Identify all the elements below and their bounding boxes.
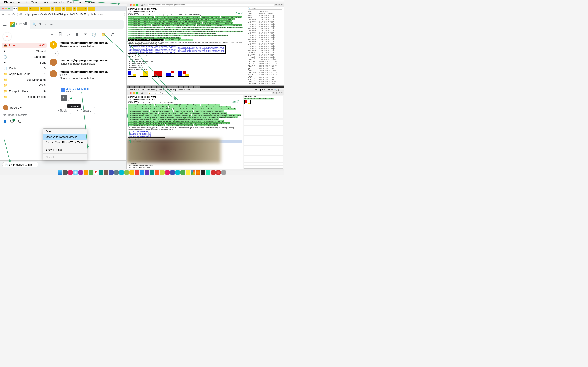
tab-pinned[interactable]: ✓ — [29, 7, 32, 11]
process-button[interactable]: Process with Lots of Scaling — [153, 108, 172, 110]
minimize-icon[interactable] — [5, 8, 7, 9]
finder-row[interactable]: PNG image6 Mar 2020 at 1:55 pm — [247, 24, 284, 26]
link-cell[interactable]: http://www.rjmprogramming.com.au/ITblog/… — [178, 49, 224, 51]
tab-pinned[interactable]: ✓ — [66, 7, 69, 11]
col-kind[interactable]: Kind — [248, 10, 259, 12]
link-cell[interactable]: ./mondrian-1604x681.640-2-0.png — [129, 135, 151, 137]
process-buttons[interactable]: Process ...Process with Lots of SepiaPro… — [128, 16, 246, 39]
finder-row[interactable]: PNG image6 Mar 2020 at 1:55 pm — [247, 27, 284, 29]
menu-view[interactable]: View — [146, 89, 150, 91]
dock-app-icon[interactable] — [68, 170, 73, 175]
process-button[interactable]: Process with Sketchy — [175, 116, 190, 118]
process-button[interactable]: Process with Canvas Background Image Pro… — [128, 120, 174, 122]
finder-row[interactable]: PNG image6 Mar 2020 at 1:55 pm — [247, 29, 284, 31]
dock-app-icon[interactable] — [170, 170, 175, 175]
process-button[interactable]: Process with Lots of Translation 3D — [150, 110, 173, 112]
process-button[interactable]: Process with Flip — [179, 29, 191, 30]
finder-row[interactable]: HTMLToday at 11:23 am — [247, 13, 284, 15]
menu-bookmarks[interactable]: Bookmarks — [159, 89, 168, 91]
window-controls[interactable] — [0, 6, 12, 11]
tab-pinned[interactable]: ✓ — [43, 7, 47, 11]
snooze-icon[interactable]: 🕓 — [92, 33, 96, 37]
reload-icon[interactable]: ⟳ — [12, 12, 15, 16]
process-button[interactable]: Process with Box blur — [212, 25, 227, 26]
process-button[interactable]: Process with Sharpen — [197, 25, 212, 26]
menu-help[interactable]: Help — [186, 89, 190, 91]
process-button[interactable]: Process with Canvas Background Image Ani… — [177, 33, 216, 34]
tab-pinned[interactable]: ✓ — [36, 7, 39, 11]
search-icon[interactable]: 🔍 — [274, 89, 277, 91]
process-button[interactable]: Process with Lots of Inversion — [169, 106, 189, 108]
hangouts-user[interactable]: Robert ▾ + — [2, 104, 47, 111]
process-button[interactable]: Process ... — [128, 104, 136, 106]
tab-pinned[interactable]: ✓ — [47, 7, 51, 11]
sidebar-icon[interactable]: ☐ — [141, 92, 143, 94]
tab-pinned[interactable]: ✓ — [21, 7, 25, 11]
ctx-open-system-viewer[interactable]: Open With System Viewer — [43, 134, 87, 140]
process-button[interactable]: Process with Negative Edge detection — [171, 25, 197, 26]
link-cell[interactable]: http://www.rjmprogramming.com.au/PHP/mon… — [129, 46, 176, 47]
accordion-item[interactable]: Image Map view ... — [128, 66, 246, 68]
process-button[interactable]: Process with Top Div Margin Use — [128, 118, 150, 120]
site-info-icon[interactable]: ⓘ — [19, 13, 22, 16]
dock-app-icon[interactable] — [186, 170, 190, 175]
delete-icon[interactable]: 🗑 — [75, 33, 79, 37]
tab-pinned[interactable]: ✓ — [87, 7, 91, 11]
process-button[interactable]: Process with Contrast — [143, 116, 158, 118]
process-button[interactable]: Process with Canvas Background Image Ani… — [128, 35, 169, 36]
process-button[interactable]: Process with Lots of Rotation — [194, 108, 214, 110]
finder-row[interactable]: PNG image6 Mar 2020 at 1:55 pm — [247, 31, 284, 33]
process-button[interactable]: Process with Smooth — [196, 26, 211, 28]
dock-firefox-icon[interactable] — [196, 170, 200, 175]
dock-app-icon[interactable] — [175, 170, 180, 175]
process-button[interactable]: Process with Lots of Matrix 3D Transform… — [128, 112, 158, 114]
download-chip[interactable]: 📄 gimp_guillotin....html ˄ — [2, 162, 38, 167]
sidebar-item-c3is[interactable]: 📁C3IS — [2, 83, 47, 88]
finder-row[interactable]: QT movie27 Feb 2020 at 11:17 am — [247, 60, 284, 62]
process-button[interactable]: Process with Negative Edge detection — [202, 112, 227, 114]
dock-opera-icon[interactable] — [216, 170, 221, 175]
finder-row[interactable]: Disk Image20 Feb 2020 at 10:17 pm — [247, 72, 284, 73]
gmail-logo[interactable]: Gmail — [9, 22, 27, 26]
tab-pinned[interactable]: in — [18, 7, 21, 11]
process-button[interactable]: Process with Canvas Background Image Ani… — [128, 122, 167, 124]
tab-gmail[interactable]: M ✕ — [13, 7, 17, 11]
dock-app-icon[interactable] — [63, 170, 68, 175]
process-button[interactable]: Process with Inhouse Slideshow — [208, 122, 229, 124]
dock-app-icon[interactable] — [206, 170, 210, 175]
link-cell[interactable]: http://www.rjmprogramming.com.au/ITblog/… — [178, 47, 224, 48]
forward-icon[interactable]: → — [7, 13, 10, 16]
notification-center-icon[interactable]: ☰ — [281, 89, 282, 91]
sidebar-item-snoozed[interactable]: 🕓Snoozed — [2, 54, 47, 60]
accordion-item[interactable]: Canvas (and animation) view ... — [128, 54, 246, 56]
process-button[interactable]: Process with Lots of Skewing — [173, 110, 193, 112]
menu-window[interactable]: Window — [178, 89, 184, 91]
process-button[interactable]: Process with Lots of Contrast — [201, 104, 221, 106]
finder-row[interactable]: QT movie26 Feb 2020 at 7:45 pm — [247, 68, 284, 70]
process-button[interactable]: Process with Pixelate — [226, 114, 241, 116]
finder-row[interactable]: HTML21 Feb 2020 at 8:08 pm — [247, 70, 284, 72]
back-icon[interactable]: ← — [2, 13, 5, 16]
maximize-icon[interactable] — [8, 8, 10, 9]
process-button[interactable]: Process with Lots of Opacity — [128, 18, 147, 20]
process-button[interactable]: Process with Lots of Scaling 3D — [147, 20, 169, 22]
download-context-menu[interactable]: Open Open With System Viewer Always Open… — [43, 128, 87, 160]
accordion-item[interactable]: Table view ... — [128, 58, 246, 60]
save-to-drive-button[interactable]: ▲ — [68, 95, 74, 101]
dock-trash-icon[interactable] — [221, 170, 226, 175]
process-button[interactable]: Process with Multiple Background Images — [165, 124, 193, 126]
process-button[interactable]: Process with Lots of Black and White — [155, 16, 179, 18]
process-button[interactable]: Process with Canvas Background Image No … — [185, 118, 219, 120]
finder-row[interactable]: PNG image6 Mar 2020 at 1:55 pm — [247, 22, 284, 24]
process-button[interactable]: Process with Edge detection — [152, 25, 171, 26]
process-button[interactable]: Process with Random Border Images — [156, 37, 181, 39]
tab-pinned[interactable]: ✓ — [33, 7, 36, 11]
menubar-app[interactable]: Chrome — [4, 1, 14, 4]
tab-pinned[interactable]: ✓ — [91, 7, 95, 11]
process-button[interactable]: Process with Flip vertical — [190, 116, 207, 118]
process-button[interactable]: Process with Contrast — [211, 26, 226, 28]
dock-app-icon[interactable] — [140, 170, 144, 175]
finder-row[interactable]: Micros…lication20 Feb 2020 at 10:07 pm — [247, 73, 284, 77]
close-icon[interactable] — [2, 8, 4, 9]
link-cell[interactable]: http://www.rjmprogramming.com.au/ITblog/… — [178, 48, 224, 49]
